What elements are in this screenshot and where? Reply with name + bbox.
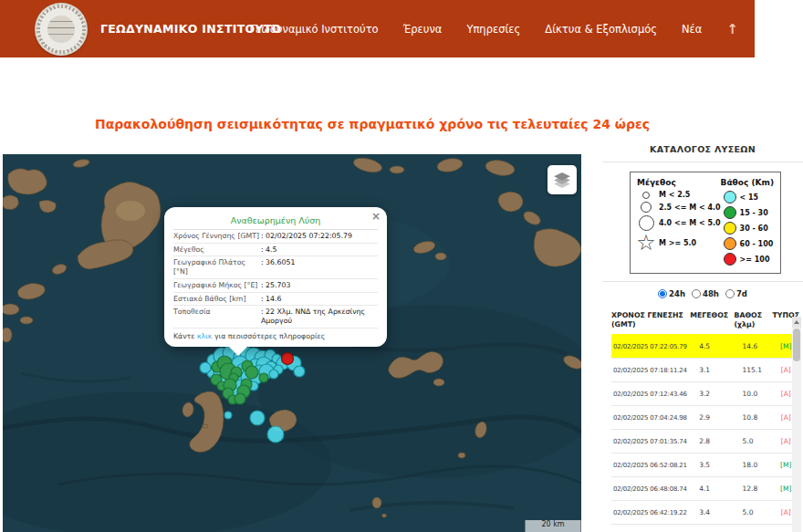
quake-time: 02/02/2025 07:12:43.46	[611, 382, 690, 406]
earthquake-marker-deep[interactable]	[282, 353, 294, 365]
col-header-depth: ΒΑΘΟΣ (χλμ)	[735, 308, 773, 335]
popup-close-icon[interactable]: ×	[371, 210, 381, 223]
earthquake-row[interactable]: 02/02/2025 07:01:35.74 2.8 5.0 [A]	[611, 430, 799, 454]
earthquake-row[interactable]: 02/02/2025 06:52:08.21 3.5 18.0 [M]	[611, 454, 799, 477]
popup-field-label: Μέγεθος	[173, 245, 261, 255]
quake-magnitude: 3.1	[690, 359, 734, 382]
quake-time: 02/02/2025 06:48:08.74	[611, 477, 690, 501]
popup-field: Χρόνος Γέννησης [GMT] : 02/02/2025 07:22…	[173, 230, 378, 244]
earthquake-table: ΧΡΟΝΟΣ ΓΕΝΕΣΗΣ (GMT) ΜΕΓΕΘΟΣ ΒΑΘΟΣ (χλμ)…	[611, 308, 799, 532]
popup-field: Εστιακό Βάθος [km] : 14.6	[173, 293, 378, 307]
earthquake-row[interactable]: 02/02/2025 06:42:19.22 3.4 5.0 [A]	[611, 501, 799, 525]
institute-seal-logo[interactable]	[35, 3, 88, 56]
earthquake-row[interactable]: 02/02/2025 06:48:08.74 4.1 12.8 [M]	[611, 477, 799, 501]
quake-depth: 18.0	[735, 454, 773, 477]
popup-field-label: Εστιακό Βάθος [km]	[173, 295, 261, 304]
magnitude-legend-title: Μέγεθος	[637, 178, 721, 187]
quake-time: 02/02/2025 07:22:05.79	[611, 335, 690, 359]
magnitude-symbol-icon	[637, 202, 655, 213]
magnitude-symbol-icon	[637, 215, 655, 231]
nav-items: Γεωδυναμικό Ινστιτούτο Έρευνα Υπηρεσίες …	[250, 23, 703, 36]
earthquake-row[interactable]: 02/02/2025 07:12:43.46 3.2 10.0 [A]	[611, 382, 799, 406]
nav-item[interactable]: Νέα	[682, 23, 702, 36]
popup-field-value: : 4.5	[261, 245, 378, 255]
legend-depth-item: < 15	[721, 191, 777, 203]
solutions-panel: ΚΑΤΑΛΟΓΟΣ ΛΥΣΕΩΝ Μέγεθος M < 2.5 2.5 <= …	[602, 137, 803, 532]
popup-field-value: : 14.6	[261, 295, 378, 304]
popup-footer: Κάντε κλικ για περισσότερες πληροφορίες	[173, 329, 378, 341]
popup-field-value: : 25.703	[261, 281, 378, 290]
nav-item[interactable]: Έρευνα	[403, 23, 443, 36]
quake-magnitude: 2.8	[690, 430, 734, 454]
range-radio[interactable]	[658, 289, 667, 298]
layers-control-button[interactable]	[548, 165, 577, 194]
range-option[interactable]: 48h	[692, 289, 719, 298]
depth-legend-title: Βάθος (Km)	[721, 178, 777, 187]
panel-heading: ΚΑΤΑΛΟΓΟΣ ΛΥΣΕΩΝ	[602, 144, 803, 154]
quake-time: 02/02/2025 06:52:08.21	[611, 454, 690, 477]
legend-magnitude-item: M >= 5.0	[637, 234, 721, 252]
col-header-time: ΧΡΟΝΟΣ ΓΕΝΕΣΗΣ (GMT)	[611, 308, 690, 335]
depth-color-icon	[724, 191, 736, 203]
depth-color-icon	[724, 206, 736, 219]
range-radio[interactable]	[725, 289, 735, 298]
divider	[602, 281, 803, 282]
earthquake-row[interactable]: 02/02/2025 07:18:11.24 3.1 115.1 [A]	[611, 359, 799, 382]
quake-time: 02/02/2025 07:01:35.74	[611, 430, 690, 454]
quake-time: 02/02/2025 06:42:19.22	[611, 501, 690, 525]
navbar: ΓΕΩΔΥΝΑΜΙΚΟ ΙΝΣΤΙΤΟΥΤΟ Γεωδυναμικό Ινστι…	[0, 0, 755, 57]
quake-depth: 115.1	[735, 359, 773, 382]
quake-depth: 5.0	[735, 501, 773, 525]
quake-magnitude: 4.1	[690, 477, 734, 501]
magnitude-symbol-icon	[637, 234, 655, 252]
legend-depth-item: 30 - 60	[721, 222, 777, 235]
seismicity-map[interactable]: 20 km × Αναθεωρημένη Λύση Χρόνος Γέννηση…	[3, 154, 581, 532]
quake-depth: 14.6	[735, 335, 773, 359]
map-scale-bar: 20 km	[525, 520, 581, 532]
range-radio[interactable]	[692, 289, 701, 298]
earthquake-row[interactable]: 02/02/2025 07:04:24.98 2.9 10.8 [A]	[611, 406, 799, 430]
quake-magnitude: 4.5	[690, 335, 734, 359]
depth-color-icon	[724, 237, 736, 250]
nav-item[interactable]: Γεωδυναμικό Ινστιτούτο	[250, 23, 379, 36]
popup-rows: Χρόνος Γέννησης [GMT] : 02/02/2025 07:22…	[173, 230, 378, 329]
scrollbar-up-arrow-icon[interactable]	[792, 317, 801, 328]
quake-magnitude: 2.9	[690, 406, 734, 430]
legend-depth-item: 15 - 30	[721, 206, 777, 219]
popup-field-value: : 22 Χλμ. ΝΝΔ της Αρκεσίνης Αμοργού	[261, 308, 378, 325]
legend-magnitude-item: M < 2.5	[637, 191, 721, 199]
quake-magnitude: 3.2	[690, 382, 734, 406]
scrollbar-thumb[interactable]	[793, 329, 800, 361]
legend-magnitude-item: 2.5 <= M < 4.0	[637, 202, 721, 213]
popup-field: Τοποθεσία : 22 Χλμ. ΝΝΔ της Αρκεσίνης Αμ…	[173, 306, 378, 328]
more-info-link[interactable]: κλικ	[197, 332, 212, 340]
table-scrollbar[interactable]	[792, 317, 801, 532]
popup-field-label: Χρόνος Γέννησης [GMT]	[173, 232, 261, 241]
popup-field-label: Τοποθεσία	[173, 308, 261, 325]
nav-item[interactable]: Υπηρεσίες	[466, 23, 520, 36]
nav-item[interactable]: Δίκτυα & Εξοπλισμός	[545, 23, 657, 36]
popup-field: Μέγεθος : 4.5	[173, 244, 378, 257]
earthquake-row[interactable]: 02/02/2025 07:22:05.79 4.5 14.6 [M]	[611, 335, 799, 359]
divider	[602, 162, 803, 162]
magnitude-symbol-icon	[637, 192, 655, 199]
quake-depth: 10.2	[735, 525, 773, 532]
quake-time: 02/02/2025 06:38:33.29	[611, 525, 690, 532]
quake-depth: 5.0	[735, 430, 773, 454]
magnitude-legend: Μέγεθος M < 2.5 2.5 <= M < 4.0 4.0 <	[637, 178, 721, 268]
depth-color-icon	[724, 253, 736, 266]
quake-depth: 10.0	[735, 382, 773, 406]
popup-field-label: Γεωγραφικό Πλάτος [°N]	[173, 258, 261, 276]
col-header-magnitude: ΜΕΓΕΘΟΣ	[690, 308, 734, 335]
popup-field-label: Γεωγραφικό Μήκος [°E]	[173, 281, 261, 290]
popup-field-value: : 02/02/2025 07:22:05.79	[261, 232, 378, 241]
scroll-to-top-icon[interactable]: ↑	[726, 21, 738, 37]
legend-depth-item: >= 100	[721, 253, 777, 266]
earthquake-row[interactable]: 02/02/2025 06:38:33.29 3.8 10.2 [M]	[611, 525, 799, 532]
quake-time: 02/02/2025 07:04:24.98	[611, 406, 690, 430]
time-range-selector: 24h 48h 7d	[602, 289, 803, 298]
range-option[interactable]: 7d	[725, 289, 747, 298]
legend-magnitude-item: 4.0 <= M < 5.0	[637, 215, 721, 231]
range-option[interactable]: 24h	[658, 289, 685, 298]
quake-time: 02/02/2025 07:18:11.24	[611, 359, 690, 382]
